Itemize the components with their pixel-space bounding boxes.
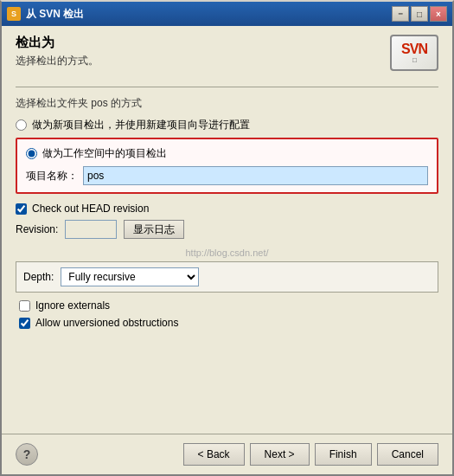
head-revision-checkbox[interactable] <box>16 203 27 215</box>
depth-row: Depth: Fully recursive Immediate childre… <box>16 261 438 293</box>
close-button[interactable]: × <box>430 6 447 22</box>
dialog-window: S 从 SVN 检出 － □ × 检出为 选择检出的方式。 SVN □ <box>0 0 454 476</box>
head-revision-row[interactable]: Check out HEAD revision <box>16 203 438 215</box>
allow-unversioned-checkbox[interactable] <box>19 318 30 329</box>
ignore-externals-checkbox[interactable] <box>19 300 30 312</box>
help-button[interactable]: ? <box>16 443 38 466</box>
highlight-box: 做为工作空间中的项目检出 项目名称： <box>16 138 438 194</box>
footer-left: ? <box>16 443 38 466</box>
title-bar: S 从 SVN 检出 － □ × <box>2 2 452 26</box>
revision-label: Revision: <box>16 223 58 235</box>
finish-button[interactable]: Finish <box>315 443 372 466</box>
title-section: 检出为 选择检出的方式。 <box>16 35 390 68</box>
section-label: 选择检出文件夹 pos 的方式 <box>16 96 438 111</box>
svn-logo-sub: □ <box>401 56 427 64</box>
depth-label: Depth: <box>23 271 54 283</box>
dialog-content: 检出为 选择检出的方式。 SVN □ 选择检出文件夹 pos 的方式 做为新项目… <box>2 26 452 434</box>
dialog-header: 检出为 选择检出的方式。 SVN □ <box>16 35 438 71</box>
next-button[interactable]: Next > <box>250 443 310 466</box>
minimize-button[interactable]: － <box>392 6 409 22</box>
radio-workspace-project[interactable]: 做为工作空间中的项目检出 <box>26 146 428 161</box>
svn-logo-text: SVN <box>401 42 427 56</box>
allow-unversioned-label[interactable]: Allow unversioned obstructions <box>35 317 178 329</box>
radio-workspace-input[interactable] <box>26 148 37 159</box>
dialog-subtitle: 选择检出的方式。 <box>16 54 390 68</box>
window-title: 从 SVN 检出 <box>26 7 84 22</box>
dialog-title: 检出为 <box>16 35 390 51</box>
ignore-externals-row[interactable]: Ignore externals <box>19 299 435 312</box>
revision-input[interactable] <box>65 220 117 239</box>
project-name-input[interactable] <box>83 166 428 185</box>
bottom-options: Ignore externals Allow unversioned obstr… <box>16 299 438 334</box>
cancel-button[interactable]: Cancel <box>377 443 438 466</box>
header-divider <box>16 87 438 87</box>
radio-new-project-input[interactable] <box>16 119 27 131</box>
allow-unversioned-row[interactable]: Allow unversioned obstructions <box>19 317 435 329</box>
back-button[interactable]: < Back <box>183 443 245 466</box>
maximize-button[interactable]: □ <box>411 6 428 22</box>
url-watermark: http://blog.csdn.net/ <box>16 248 438 258</box>
revision-row: Revision: 显示日志 <box>16 220 438 239</box>
window-icon: S <box>7 7 21 21</box>
svn-logo: SVN □ <box>390 35 438 71</box>
project-name-label: 项目名称： <box>26 169 78 183</box>
radio-new-project-label[interactable]: 做为新项目检出，并使用新建项目向导进行配置 <box>32 118 250 132</box>
footer-buttons: < Back Next > Finish Cancel <box>183 443 438 466</box>
radio-new-project[interactable]: 做为新项目检出，并使用新建项目向导进行配置 <box>16 118 438 132</box>
title-bar-content: S 从 SVN 检出 <box>7 7 392 22</box>
ignore-externals-label[interactable]: Ignore externals <box>35 299 110 312</box>
dialog-footer: ? < Back Next > Finish Cancel <box>2 434 452 474</box>
head-revision-label[interactable]: Check out HEAD revision <box>32 203 149 215</box>
title-buttons: － □ × <box>392 6 447 22</box>
svn-logo-container: SVN □ <box>390 35 438 71</box>
project-name-row: 项目名称： <box>26 166 428 185</box>
show-log-button[interactable]: 显示日志 <box>124 220 184 239</box>
radio-workspace-label[interactable]: 做为工作空间中的项目检出 <box>42 146 167 161</box>
depth-select[interactable]: Fully recursive Immediate children Only … <box>61 267 199 286</box>
